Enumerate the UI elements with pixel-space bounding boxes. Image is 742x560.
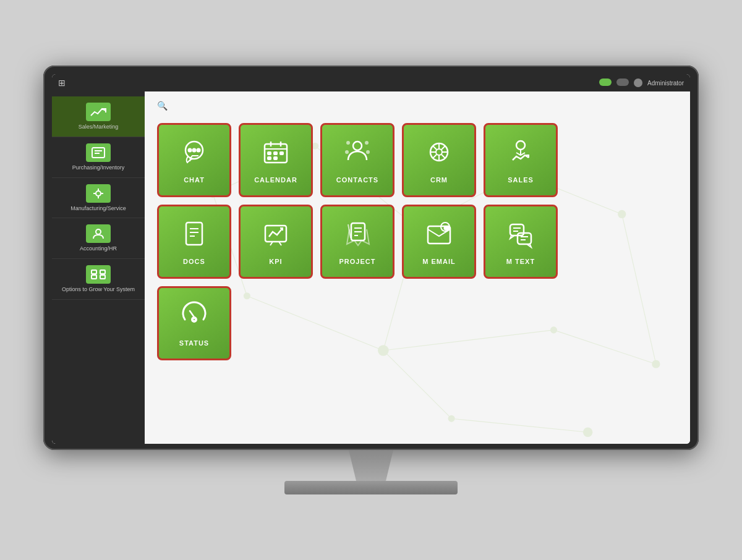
crm-icon xyxy=(424,137,454,171)
svg-point-38 xyxy=(193,149,196,152)
sidebar: Sales/Marketing Purchasing/Inventory xyxy=(52,91,145,444)
svg-line-32 xyxy=(383,350,451,418)
m-text-icon xyxy=(505,218,536,253)
main-panel: 🔍 xyxy=(145,91,690,444)
tile-contacts-label: CONTACTS xyxy=(336,176,378,184)
tile-crm-label: CRM xyxy=(430,176,448,184)
svg-point-52 xyxy=(346,151,348,153)
svg-point-22 xyxy=(448,415,455,422)
tile-docs[interactable]: DOCS xyxy=(157,205,231,279)
sales-icon xyxy=(505,137,536,171)
project-icon xyxy=(342,218,373,253)
svg-point-51 xyxy=(365,142,368,144)
app-row-1: CHAT xyxy=(157,123,678,197)
monitor-stand-neck xyxy=(334,450,408,481)
tile-project[interactable]: PROJECT xyxy=(320,205,394,279)
svg-point-49 xyxy=(353,142,362,150)
svg-point-21 xyxy=(652,360,660,368)
tile-status[interactable]: STATUS xyxy=(157,286,231,360)
sidebar-label-accounting: Accounting/HR xyxy=(80,245,117,252)
tile-sales[interactable]: SALES xyxy=(484,123,558,197)
svg-line-33 xyxy=(451,418,587,432)
sidebar-item-manufacturing[interactable]: Manufacturing/Service xyxy=(52,178,145,219)
tile-calendar[interactable]: CALENDAR xyxy=(239,123,313,197)
tile-m-text[interactable]: M TEXT xyxy=(484,205,558,279)
tile-project-label: PROJECT xyxy=(339,258,376,265)
tile-calendar-label: CALENDAR xyxy=(254,176,297,184)
svg-point-8 xyxy=(96,229,101,234)
svg-rect-82 xyxy=(518,233,531,244)
status-icon xyxy=(179,300,210,334)
sidebar-label-manufacturing: Manufacturing/Service xyxy=(70,205,126,212)
svg-rect-12 xyxy=(100,275,105,279)
tile-docs-label: DOCS xyxy=(183,258,205,265)
svg-line-61 xyxy=(441,155,445,158)
tile-chat-label: CHAT xyxy=(184,176,205,184)
svg-rect-46 xyxy=(280,152,283,155)
sidebar-item-options[interactable]: Options to Grow Your System xyxy=(52,259,145,300)
user-icon[interactable] xyxy=(634,78,642,87)
user-label: Administrator xyxy=(647,80,684,87)
svg-rect-66 xyxy=(186,223,202,245)
monitor-outer: ⊞ Administrator xyxy=(43,66,699,450)
monitor-wrapper: ⊞ Administrator xyxy=(31,66,711,494)
svg-line-63 xyxy=(433,155,437,158)
monitor-screen: ⊞ Administrator xyxy=(52,74,690,444)
svg-rect-45 xyxy=(274,152,277,155)
top-bar-right: Administrator xyxy=(599,78,684,87)
toggle-icon-2[interactable] xyxy=(616,78,629,86)
tile-chat[interactable]: CHAT xyxy=(157,123,231,197)
svg-rect-9 xyxy=(92,270,96,274)
sidebar-label-options: Options to Grow Your System xyxy=(62,286,135,293)
sidebar-icon-options xyxy=(86,265,111,284)
search-bar: 🔍 xyxy=(157,101,678,111)
svg-line-62 xyxy=(441,146,445,150)
tile-m-email[interactable]: @ M EMAIL xyxy=(402,205,476,279)
svg-point-55 xyxy=(436,149,442,155)
svg-rect-79 xyxy=(510,224,524,235)
toggle-icon-1[interactable] xyxy=(599,78,612,86)
chat-icon xyxy=(179,137,210,171)
content-area: Sales/Marketing Purchasing/Inventory xyxy=(52,91,690,444)
svg-rect-44 xyxy=(268,152,271,155)
m-email-icon: @ xyxy=(424,218,454,253)
svg-point-23 xyxy=(583,428,592,437)
sidebar-icon-purchasing xyxy=(86,143,111,162)
svg-point-37 xyxy=(189,149,192,152)
sidebar-icon-sales xyxy=(86,103,111,121)
svg-point-3 xyxy=(96,191,101,196)
sidebar-label-purchasing: Purchasing/Inventory xyxy=(72,164,125,171)
sidebar-item-purchasing[interactable]: Purchasing/Inventory xyxy=(52,137,145,178)
svg-point-64 xyxy=(516,141,525,150)
grid-icon[interactable]: ⊞ xyxy=(58,78,66,88)
tile-status-label: STATUS xyxy=(179,339,209,347)
tile-m-email-label: M EMAIL xyxy=(422,258,455,265)
monitor-stand-base xyxy=(284,481,458,494)
sidebar-icon-accounting xyxy=(86,224,111,243)
tile-kpi[interactable]: KPI xyxy=(239,205,313,279)
top-bar-left: ⊞ xyxy=(58,78,66,88)
sidebar-label-sales: Sales/Marketing xyxy=(79,124,119,130)
sidebar-item-sales-marketing[interactable]: Sales/Marketing xyxy=(52,96,145,137)
tile-sales-label: SALES xyxy=(508,176,534,184)
app-row-2: DOCS xyxy=(157,205,678,279)
tile-kpi-label: KPI xyxy=(269,258,282,265)
app-grid: CHAT xyxy=(157,123,678,360)
top-bar-icons xyxy=(599,78,642,87)
svg-rect-47 xyxy=(268,157,271,159)
svg-point-50 xyxy=(347,142,349,144)
calendar-icon xyxy=(260,137,291,171)
sidebar-item-accounting[interactable]: Accounting/HR xyxy=(52,218,145,259)
svg-rect-48 xyxy=(274,157,277,159)
app-row-3: STATUS xyxy=(157,286,678,360)
svg-point-39 xyxy=(197,149,200,152)
tile-m-text-label: M TEXT xyxy=(506,258,535,265)
contacts-icon xyxy=(342,137,373,171)
top-bar: ⊞ Administrator xyxy=(52,74,690,91)
tile-contacts[interactable]: CONTACTS xyxy=(320,123,394,197)
svg-rect-10 xyxy=(92,275,96,279)
svg-line-60 xyxy=(433,146,437,150)
tile-crm[interactable]: CRM xyxy=(402,123,476,197)
svg-rect-11 xyxy=(100,270,105,274)
sidebar-icon-manufacturing xyxy=(86,184,111,203)
